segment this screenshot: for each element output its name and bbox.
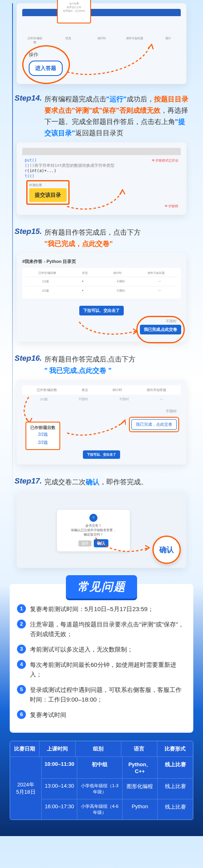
center-button[interactable]: 下拉可以、交出去了	[79, 306, 124, 315]
step14-desc: 所有编程题完成点击"运行"成功后，按题目目录要求点击"评测"或"保存"否则成绩无…	[44, 94, 188, 139]
step17-label: Step17.	[15, 477, 42, 485]
submit-dir-button[interactable]: 提交该目录	[29, 188, 67, 202]
popup-line: 运行结果	[60, 2, 88, 6]
faq-item: 1复赛考前测试时间：5月10日–5月17日23:59；	[17, 604, 186, 614]
step14-label: Step14.	[15, 94, 42, 103]
faq-item: 3考前测试可以多次进入，无次数限制；	[17, 645, 186, 654]
panel-title: #我来作答 - Python 目录页	[22, 259, 181, 265]
eye-mode-badge: 👁 护眼模式已开启	[152, 158, 178, 163]
answered-box: 已作答/题目数 2/2题 2/2题	[25, 422, 60, 450]
step15-desc: 所有题目作答完成后，点击下方 "我已完成，点此交卷"	[44, 227, 141, 250]
timeline	[12, 3, 13, 503]
dashed-arrow	[65, 44, 154, 80]
highlight-circle	[22, 45, 70, 84]
faq-item: 2注意审题，每道题均按题目目录要求点击"评测"或"保存"，否则成绩无效；	[17, 620, 186, 639]
step15-label: Step15.	[15, 227, 42, 236]
step14-screenshot-bottom: put() ()()将字符串转int类型的数据转换成字符串类型 r(int(a)…	[17, 142, 186, 215]
step17-screenshot: ? 是否交卷？ 请确认已完成并仔细检查答案， 确定提交吗？ 返回 确认 确认	[17, 491, 186, 568]
popup-line: 程序运行正常	[60, 6, 88, 9]
step16-label: Step16.	[15, 354, 42, 363]
submit-exam-button[interactable]: 我已完成,点此交卷	[140, 325, 182, 334]
highlight-circle: 我已完成,点此交卷	[136, 316, 185, 343]
popup-line: 程序输出：[已过5/5]	[60, 9, 88, 13]
table-row: 16:00–17:30 小学高年级组（4-6年级） Python 线上比赛	[42, 799, 193, 820]
confirm-button-small[interactable]: 确认	[94, 539, 108, 547]
table-header: 比赛日期 上课时间 组别 语言 比赛形式	[10, 741, 193, 757]
step16-screenshot: 已作答/编目数状态倒计时操作开始答题 2/2题不限时不限时— 已作答/题目数 2…	[17, 380, 186, 464]
faq-item: 4每次考前测试时间最长60分钟，如使用超时需要重新进入；	[17, 660, 186, 679]
schedule-table: 比赛日期 上课时间 组别 语言 比赛形式 2024年 5月18日 10:00–1…	[10, 741, 193, 820]
dashed-arrow	[77, 320, 138, 340]
table-row: 13:00–14:30 小学低年级组（1-3年级） 图形化编程 线上比赛	[42, 779, 193, 799]
step14-screenshot-top: 运行结果 程序运行正常 程序输出：[已过5/5] 已作答/编目数状态倒计时操作开…	[17, 3, 186, 84]
faq-item: 6复赛考试时间	[17, 710, 186, 720]
date-cell: 2024年 5月18日	[10, 757, 42, 820]
faq-item: 5登录或测试过程中遇到问题，可联系右侧客服，客服工作时间：工作日9:00–18:…	[17, 685, 186, 704]
step15-screenshot: #我来作答 - Python 目录页 已作答/编目数 状态 倒计时 操作开始答题…	[17, 253, 186, 342]
step16-desc: 所有题目作答完成后,点击下方 " 我已完成,点此交卷 "	[44, 354, 136, 376]
dashed-arrow	[65, 188, 126, 212]
confirm-circle-button[interactable]: 确认	[152, 536, 181, 564]
result-label: 评测结果	[29, 183, 67, 187]
faq-title: 常见问题	[66, 575, 137, 599]
result-popup: 运行结果 程序运行正常 程序输出：[已过5/5]	[57, 0, 91, 23]
dashed-arrow	[65, 417, 126, 441]
step17-desc: 完成交卷二次确认，即作答完成。	[44, 477, 148, 488]
table-row: 10:00–11:30 初中组 Python、C++ 线上比赛	[42, 757, 193, 779]
eye-mode-badge: 👁 护眼模	[165, 204, 178, 208]
dialog-text: 是否交卷？ 请确认已完成并仔细检查答案， 确定提交吗？	[61, 523, 126, 537]
faq-card: 常见问题 1复赛考前测试时间：5月10日–5月17日23:59； 2注意审题，每…	[10, 584, 193, 733]
cancel-button[interactable]: 返回	[78, 540, 91, 546]
submit-exam-button[interactable]: 我已完成，点此交卷	[131, 419, 177, 430]
